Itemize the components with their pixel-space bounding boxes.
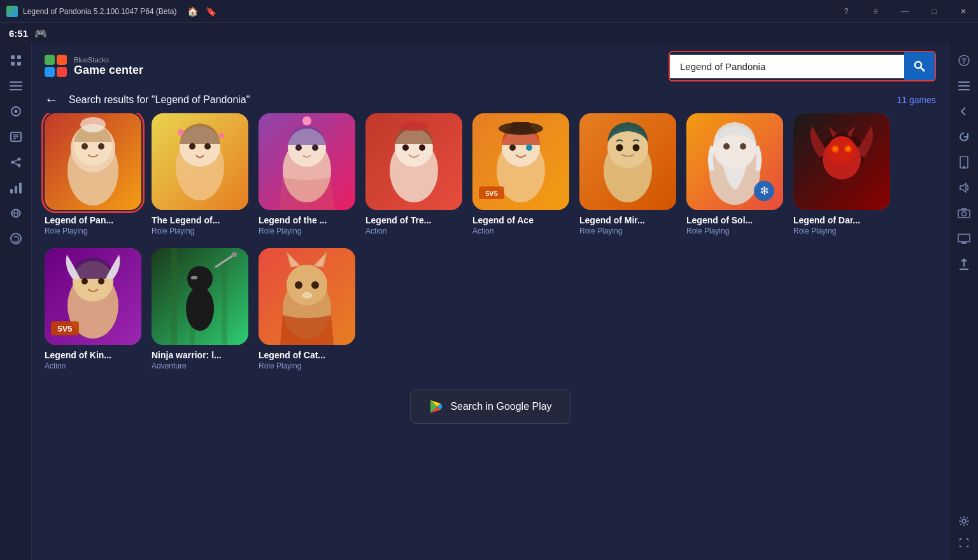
bluestacks-label: BlueStacks xyxy=(74,56,143,64)
svg-rect-4 xyxy=(10,81,22,83)
right-sidebar-menu-icon[interactable] xyxy=(953,75,975,97)
home-icon[interactable]: 🏠 xyxy=(187,6,198,17)
game-thumb-sol: ❄ xyxy=(686,113,783,210)
svg-point-79 xyxy=(846,147,850,151)
game-item-sol[interactable]: ❄ Legend of Sol... Role Playing xyxy=(686,113,787,235)
svg-point-100 xyxy=(311,281,319,289)
svg-point-48 xyxy=(400,121,428,131)
right-sidebar-phone-icon[interactable] xyxy=(953,151,975,173)
game-item-ninja[interactable]: Ninja warrior: l... Adventure xyxy=(152,248,252,370)
game-item-dar[interactable]: Legend of Dar... Role Playing xyxy=(793,113,894,235)
thumb-inner-sol: ❄ xyxy=(686,113,783,210)
svg-point-42 xyxy=(302,116,311,125)
thumb-inner-mir xyxy=(579,113,676,210)
game-thumb-cat xyxy=(259,248,355,345)
svg-point-68 xyxy=(723,143,730,150)
game-genre-cat: Role Playing xyxy=(259,361,301,370)
svg-point-95 xyxy=(232,252,237,257)
game-genre-legend: Role Playing xyxy=(152,227,194,235)
bookmark-icon[interactable]: 🔖 xyxy=(206,6,216,17)
back-button[interactable]: ← xyxy=(45,92,59,108)
game-thumb-mir xyxy=(579,113,676,210)
svg-rect-1 xyxy=(17,55,21,59)
game-name-dar: Legend of Dar... xyxy=(793,215,890,225)
sidebar-icon-7[interactable] xyxy=(5,202,27,224)
game-thumb-kin: 5V5 xyxy=(45,248,141,345)
game-item-mir[interactable]: Legend of Mir... Role Playing xyxy=(579,113,680,235)
svg-point-83 xyxy=(82,278,88,284)
status-bar: 6:51 🎮 xyxy=(0,23,978,43)
right-sidebar-back-icon[interactable] xyxy=(953,101,975,122)
thumb-inner-the xyxy=(259,113,355,210)
svg-rect-5 xyxy=(10,85,22,87)
game-item-tre[interactable]: Legend of Tre... Action xyxy=(365,113,466,235)
logo-sq4 xyxy=(57,67,67,77)
svg-line-17 xyxy=(14,163,18,165)
svg-text:❄: ❄ xyxy=(760,185,769,197)
sidebar-icon-3[interactable] xyxy=(5,101,27,122)
sidebar-icon-2[interactable] xyxy=(5,75,27,97)
game-thumb-ninja xyxy=(152,248,248,345)
sidebar-icon-4[interactable] xyxy=(5,126,27,148)
main-layout: BlueStacks Game center ← Search results … xyxy=(0,43,978,560)
sidebar-icon-8[interactable] xyxy=(5,228,27,249)
svg-point-56 xyxy=(509,144,516,151)
left-sidebar xyxy=(0,43,32,560)
help-button[interactable]: ? xyxy=(832,0,861,23)
game-item-the[interactable]: Legend of the ... Role Playing xyxy=(259,113,359,235)
search-input[interactable] xyxy=(670,55,904,78)
search-button[interactable] xyxy=(904,52,935,80)
svg-point-114 xyxy=(962,519,966,523)
google-play-button[interactable]: Search in Google Play xyxy=(410,389,570,424)
svg-rect-104 xyxy=(958,81,970,83)
game-item-cat[interactable]: Legend of Cat... Role Playing xyxy=(259,248,359,370)
thumb-inner-tre xyxy=(365,113,462,210)
svg-text:5V5: 5V5 xyxy=(57,324,72,333)
sidebar-icon-1[interactable] xyxy=(5,50,27,71)
svg-point-78 xyxy=(833,147,837,151)
svg-rect-88 xyxy=(171,248,177,345)
minimize-button[interactable]: — xyxy=(890,0,919,23)
right-sidebar-camera-icon[interactable] xyxy=(953,202,975,224)
gamepad-icon: 🎮 xyxy=(34,27,47,39)
svg-rect-106 xyxy=(958,89,970,90)
right-sidebar-cast-icon[interactable] xyxy=(953,228,975,249)
svg-point-63 xyxy=(616,144,623,151)
thumb-inner-kin: 5V5 xyxy=(45,248,141,345)
menu-button[interactable]: ≡ xyxy=(861,0,890,23)
game-item-ace[interactable]: 5V5 Legend of Ace Action xyxy=(472,113,573,235)
sidebar-icon-6[interactable] xyxy=(5,177,27,199)
game-genre-ninja: Adventure xyxy=(152,361,187,370)
header-text: BlueStacks Game center xyxy=(74,56,143,77)
game-item-legend[interactable]: The Legend of... Role Playing xyxy=(152,113,252,235)
game-genre-dar: Role Playing xyxy=(793,227,836,235)
right-sidebar-upload-icon[interactable] xyxy=(953,253,975,275)
svg-rect-2 xyxy=(11,62,15,66)
games-row-2: 5V5 Legend of Kin... Action xyxy=(45,248,936,370)
svg-rect-6 xyxy=(10,89,22,90)
svg-rect-3 xyxy=(17,62,21,66)
close-button[interactable]: ✕ xyxy=(949,0,978,23)
game-item-pandonia[interactable]: Legend of Pan... Role Playing xyxy=(45,113,145,235)
right-sidebar-sound-icon[interactable] xyxy=(953,177,975,199)
right-sidebar-refresh-icon[interactable] xyxy=(953,126,975,148)
google-play-icon xyxy=(429,399,444,414)
svg-point-13 xyxy=(11,161,14,164)
games-count: 11 games xyxy=(897,95,936,105)
svg-text:?: ? xyxy=(961,57,966,66)
game-item-kin[interactable]: 5V5 Legend of Kin... Action xyxy=(45,248,145,370)
svg-point-31 xyxy=(98,143,104,150)
sidebar-icon-5[interactable] xyxy=(5,151,27,173)
game-thumb-the xyxy=(259,113,355,210)
logo-sq2 xyxy=(57,55,67,65)
maximize-button[interactable]: □ xyxy=(919,0,949,23)
svg-rect-18 xyxy=(10,189,13,193)
header: BlueStacks Game center xyxy=(32,43,949,89)
svg-point-37 xyxy=(178,129,184,136)
right-sidebar-settings-icon[interactable] xyxy=(953,510,975,532)
game-name-ace: Legend of Ace xyxy=(472,215,569,225)
right-sidebar-resize-icon[interactable] xyxy=(953,532,975,554)
game-name-tre: Legend of Tre... xyxy=(365,215,462,225)
right-sidebar-help-icon[interactable]: ? xyxy=(953,50,975,71)
svg-point-8 xyxy=(14,110,17,113)
